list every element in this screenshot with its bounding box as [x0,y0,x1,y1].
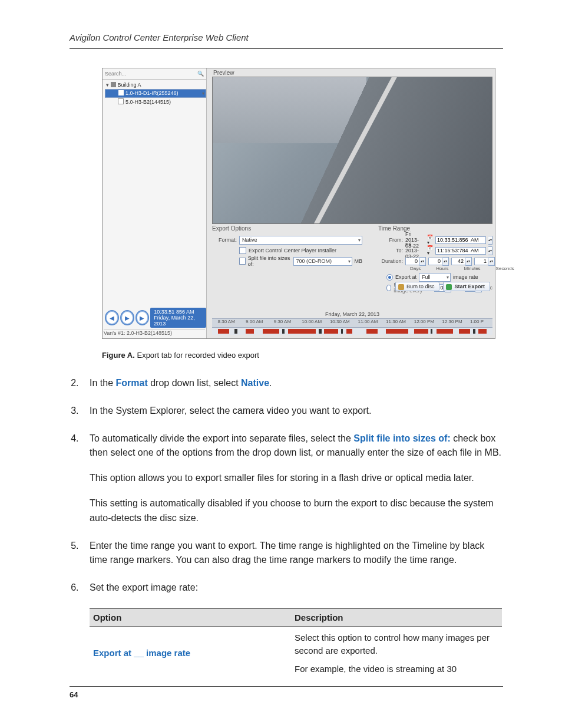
system-explorer-panel: 🔍 ▾ Building A 1.0-H3-D1-IR(255246) 5.0-… [103,68,207,338]
export-options-title: Export Options [212,225,362,232]
search-icon[interactable]: 🔍 [195,71,206,77]
to-time-input[interactable] [435,247,486,255]
time-range-title: Time Range [378,225,492,232]
from-label: From: [378,237,403,243]
tree-camera-1[interactable]: 1.0-H3-D1-IR(255246) [105,89,206,98]
page-number: 64 [70,690,78,699]
term-split: Split file into sizes of: [353,433,450,443]
timeline-tick: 11:30 AM [386,319,406,324]
from-time-input[interactable] [435,236,486,244]
figure-caption: Figure A. Export tab for recorded video … [102,351,503,360]
split-unit: MB [355,258,363,264]
preview-label: Preview [213,70,234,76]
player-label: Export Control Center Player Installer [249,248,336,253]
play-fwd-button[interactable]: ▶ [135,310,150,325]
calendar-icon[interactable]: 📅▾ [427,235,433,245]
unit-seconds: Seconds [496,266,514,271]
unit-days: Days [410,266,421,271]
step-3: In the System Explorer, select the camer… [81,404,503,419]
timeline-ruler[interactable]: 8:30 AM 9:00 AM 9:30 AM 10:00 AM 10:30 A… [212,318,492,328]
term-native: Native [241,378,269,388]
rate-select[interactable]: Full [419,273,451,282]
timeline-tick: 12:30 PM [442,319,462,324]
format-select[interactable]: Native [239,236,362,245]
running-header: Avigilon Control Center Enterprise Web C… [70,32,503,46]
figure-screenshot: 🔍 ▾ Building A 1.0-H3-D1-IR(255246) 5.0-… [102,68,495,339]
step-6: Set the export image rate: [81,581,503,595]
timeline-tick: 8:30 AM [218,319,235,324]
camera-tree: ▾ Building A 1.0-H3-D1-IR(255246) 5.0-H3… [103,80,206,106]
image-rate-table: Option Description Export at __ image ra… [90,608,502,681]
timeline-data-track[interactable] [212,328,492,335]
split-label: Split file into sizes of: [248,255,291,267]
checkbox-icon [118,90,124,95]
table-header-option: Option [90,608,291,626]
term-format: Format [115,378,147,388]
step-5: Enter the time range you want to export.… [81,539,503,568]
split-checkbox[interactable] [239,258,246,265]
page-footer: 64 [70,686,503,700]
spinner-control[interactable]: ▴▾ [488,246,492,255]
hours-input[interactable] [428,258,442,265]
timeline-tick: 9:30 AM [274,319,291,324]
unit-hours: Hours [436,266,448,271]
play-button[interactable]: ▶ [120,310,134,325]
rate-label-a: Export at [395,274,416,280]
unit-minutes: Minutes [464,266,481,271]
split-size-select[interactable]: 700 (CD-ROM) [293,257,352,266]
start-export-button[interactable]: Start Export [443,282,490,291]
table-cell-option: Export at __ image rate [90,626,291,680]
tree-camera-2[interactable]: 5.0-H3-B2(144515) [105,98,206,106]
search-input[interactable] [103,71,195,77]
spinner-control[interactable]: ▴▾ [488,257,495,266]
header-rule [70,48,503,49]
format-label: Format: [212,237,237,243]
spinner-control[interactable]: ▴▾ [465,257,472,266]
play-back-button[interactable]: ◀ [105,310,119,325]
rate-label-b: image rate [453,274,478,280]
timeline-tick: 9:00 AM [246,319,263,324]
spinner-control[interactable]: ▴▾ [442,257,449,266]
checkbox-icon [118,98,124,104]
video-preview [212,77,492,224]
step-4: To automatically divide the export into … [81,431,503,526]
timeline-tick: 10:30 AM [330,319,350,324]
camera-footer-label: Van's #1: 2.0-H3-B2(148515) [104,329,205,336]
burn-to-disc-button[interactable]: Burn to disc [395,282,440,291]
spinner-control[interactable]: ▴▾ [488,236,492,245]
export-rate-radio[interactable] [386,274,393,281]
player-checkbox[interactable] [239,247,246,254]
export-one-radio[interactable] [386,285,391,291]
site-icon [111,82,116,87]
timeline-date: Friday, March 22, 2013 [212,311,492,318]
minutes-input[interactable] [451,258,465,265]
calendar-icon[interactable]: 📅▾ [427,245,433,256]
to-label: To: [378,248,403,253]
timeline-tick: 12:00 PM [414,319,434,324]
seconds-input[interactable] [474,258,488,265]
tree-site[interactable]: ▾ Building A [105,81,206,89]
timeline-tick: 1:00 P [470,319,484,324]
table-cell-description: Select this option to control how many i… [291,626,502,680]
playhead-time: 10:33:51 856 AM Friday, March 22, 2013 [150,308,206,328]
table-header-description: Description [291,608,502,626]
duration-label: Duration: [378,258,403,264]
timeline-tick: 10:00 AM [302,319,322,324]
timeline-tick: 11:00 AM [358,319,378,324]
days-input[interactable] [405,258,419,265]
spinner-control[interactable]: ▴▾ [419,257,426,266]
step-2: In the Format drop down list, select Nat… [81,376,503,391]
